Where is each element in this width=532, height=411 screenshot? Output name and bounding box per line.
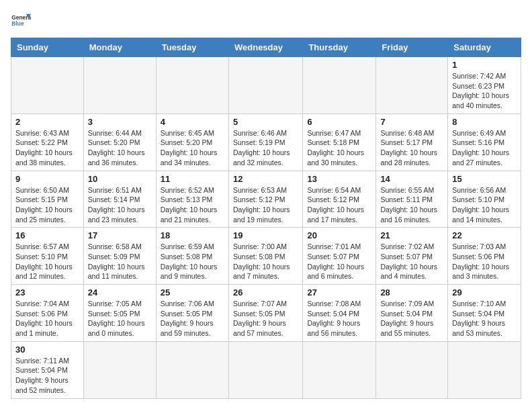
calendar-week-row: 1Sunrise: 7:42 AM Sunset: 6:23 PM Daylig… <box>11 57 521 114</box>
day-number: 12 <box>233 174 298 184</box>
calendar-cell: 21Sunrise: 7:02 AM Sunset: 5:07 PM Dayli… <box>376 228 448 285</box>
calendar-cell: 16Sunrise: 6:57 AM Sunset: 5:10 PM Dayli… <box>11 228 84 285</box>
calendar-cell: 19Sunrise: 7:00 AM Sunset: 5:08 PM Dayli… <box>228 228 302 285</box>
day-info: Sunrise: 6:58 AM Sunset: 5:09 PM Dayligh… <box>88 242 152 281</box>
day-info: Sunrise: 7:05 AM Sunset: 5:05 PM Dayligh… <box>88 299 152 338</box>
calendar-cell: 20Sunrise: 7:01 AM Sunset: 5:07 PM Dayli… <box>303 228 376 285</box>
calendar-cell <box>303 341 376 398</box>
calendar-cell: 28Sunrise: 7:09 AM Sunset: 5:04 PM Dayli… <box>376 285 448 342</box>
general-blue-logo-icon: General Blue <box>11 11 31 31</box>
day-number: 4 <box>161 117 224 127</box>
calendar-cell <box>376 341 448 398</box>
calendar-cell: 10Sunrise: 6:51 AM Sunset: 5:14 PM Dayli… <box>83 171 156 228</box>
calendar-cell: 23Sunrise: 7:04 AM Sunset: 5:06 PM Dayli… <box>11 285 84 342</box>
day-number: 6 <box>307 117 371 127</box>
day-info: Sunrise: 6:52 AM Sunset: 5:13 PM Dayligh… <box>161 185 224 225</box>
calendar-week-row: 2Sunrise: 6:43 AM Sunset: 5:22 PM Daylig… <box>11 113 521 171</box>
calendar-cell: 26Sunrise: 7:07 AM Sunset: 5:05 PM Dayli… <box>228 285 302 342</box>
day-info: Sunrise: 6:47 AM Sunset: 5:18 PM Dayligh… <box>307 128 371 168</box>
day-info: Sunrise: 7:10 AM Sunset: 5:04 PM Dayligh… <box>452 299 517 338</box>
day-info: Sunrise: 6:51 AM Sunset: 5:14 PM Dayligh… <box>88 185 152 225</box>
day-number: 29 <box>452 287 517 298</box>
calendar-table: SundayMondayTuesdayWednesdayThursdayFrid… <box>11 38 521 399</box>
day-header-monday: Monday <box>83 38 156 57</box>
calendar-cell: 6Sunrise: 6:47 AM Sunset: 5:18 PM Daylig… <box>303 113 376 171</box>
calendar-cell: 17Sunrise: 6:58 AM Sunset: 5:09 PM Dayli… <box>83 228 156 285</box>
day-info: Sunrise: 7:02 AM Sunset: 5:07 PM Dayligh… <box>380 242 443 281</box>
day-number: 20 <box>307 230 371 240</box>
calendar-cell <box>156 341 228 398</box>
calendar-cell: 29Sunrise: 7:10 AM Sunset: 5:04 PM Dayli… <box>448 285 521 342</box>
day-info: Sunrise: 6:59 AM Sunset: 5:08 PM Dayligh… <box>161 242 224 281</box>
calendar-cell: 13Sunrise: 6:54 AM Sunset: 5:12 PM Dayli… <box>303 171 376 228</box>
day-number: 10 <box>88 174 152 184</box>
day-number: 15 <box>452 174 517 184</box>
svg-text:Blue: Blue <box>11 20 24 27</box>
day-header-tuesday: Tuesday <box>156 38 228 57</box>
calendar-cell: 14Sunrise: 6:55 AM Sunset: 5:11 PM Dayli… <box>376 171 448 228</box>
day-header-thursday: Thursday <box>303 38 376 57</box>
calendar-cell: 24Sunrise: 7:05 AM Sunset: 5:05 PM Dayli… <box>83 285 156 342</box>
calendar-cell: 22Sunrise: 7:03 AM Sunset: 5:06 PM Dayli… <box>448 228 521 285</box>
day-info: Sunrise: 6:43 AM Sunset: 5:22 PM Dayligh… <box>15 128 79 168</box>
day-number: 23 <box>15 287 79 298</box>
calendar-cell: 3Sunrise: 6:44 AM Sunset: 5:20 PM Daylig… <box>83 113 156 171</box>
day-info: Sunrise: 7:08 AM Sunset: 5:04 PM Dayligh… <box>307 299 371 338</box>
calendar-cell: 11Sunrise: 6:52 AM Sunset: 5:13 PM Dayli… <box>156 171 228 228</box>
day-info: Sunrise: 7:42 AM Sunset: 6:23 PM Dayligh… <box>452 71 517 111</box>
header: General Blue <box>11 11 521 31</box>
calendar-cell: 18Sunrise: 6:59 AM Sunset: 5:08 PM Dayli… <box>156 228 228 285</box>
day-info: Sunrise: 6:54 AM Sunset: 5:12 PM Dayligh… <box>307 185 371 225</box>
calendar-cell <box>228 57 302 114</box>
calendar-header-row: SundayMondayTuesdayWednesdayThursdayFrid… <box>11 38 521 57</box>
day-header-friday: Friday <box>376 38 448 57</box>
day-number: 11 <box>161 174 224 184</box>
calendar-cell <box>83 341 156 398</box>
calendar-cell <box>228 341 302 398</box>
day-info: Sunrise: 7:00 AM Sunset: 5:08 PM Dayligh… <box>233 242 298 281</box>
day-info: Sunrise: 6:45 AM Sunset: 5:20 PM Dayligh… <box>161 128 224 168</box>
day-info: Sunrise: 6:50 AM Sunset: 5:15 PM Dayligh… <box>15 185 79 225</box>
calendar-cell: 2Sunrise: 6:43 AM Sunset: 5:22 PM Daylig… <box>11 113 84 171</box>
day-info: Sunrise: 7:01 AM Sunset: 5:07 PM Dayligh… <box>307 242 371 281</box>
calendar-week-row: 23Sunrise: 7:04 AM Sunset: 5:06 PM Dayli… <box>11 285 521 342</box>
day-info: Sunrise: 6:48 AM Sunset: 5:17 PM Dayligh… <box>380 128 443 168</box>
logo: General Blue <box>11 11 31 31</box>
calendar-cell <box>303 57 376 114</box>
day-info: Sunrise: 7:03 AM Sunset: 5:06 PM Dayligh… <box>452 242 517 281</box>
day-number: 13 <box>307 174 371 184</box>
calendar-cell <box>376 57 448 114</box>
day-number: 19 <box>233 230 298 240</box>
day-header-sunday: Sunday <box>11 38 84 57</box>
day-info: Sunrise: 7:06 AM Sunset: 5:05 PM Dayligh… <box>161 299 224 338</box>
day-info: Sunrise: 6:56 AM Sunset: 5:10 PM Dayligh… <box>452 185 517 225</box>
day-number: 9 <box>15 174 79 184</box>
day-number: 7 <box>380 117 443 127</box>
day-number: 2 <box>15 117 79 127</box>
day-number: 5 <box>233 117 298 127</box>
day-info: Sunrise: 6:46 AM Sunset: 5:19 PM Dayligh… <box>233 128 298 168</box>
day-info: Sunrise: 7:07 AM Sunset: 5:05 PM Dayligh… <box>233 299 298 338</box>
calendar-cell: 30Sunrise: 7:11 AM Sunset: 5:04 PM Dayli… <box>11 341 84 398</box>
day-number: 27 <box>307 287 371 298</box>
day-info: Sunrise: 7:09 AM Sunset: 5:04 PM Dayligh… <box>380 299 443 338</box>
day-info: Sunrise: 6:44 AM Sunset: 5:20 PM Dayligh… <box>88 128 152 168</box>
day-number: 24 <box>88 287 152 298</box>
day-number: 26 <box>233 287 298 298</box>
calendar-cell: 4Sunrise: 6:45 AM Sunset: 5:20 PM Daylig… <box>156 113 228 171</box>
calendar-cell <box>156 57 228 114</box>
day-number: 25 <box>161 287 224 298</box>
day-number: 17 <box>88 230 152 240</box>
day-number: 21 <box>380 230 443 240</box>
calendar-week-row: 9Sunrise: 6:50 AM Sunset: 5:15 PM Daylig… <box>11 171 521 228</box>
day-info: Sunrise: 6:49 AM Sunset: 5:16 PM Dayligh… <box>452 128 517 168</box>
day-number: 30 <box>15 345 79 355</box>
day-number: 1 <box>452 60 517 70</box>
calendar-cell <box>83 57 156 114</box>
calendar-cell: 1Sunrise: 7:42 AM Sunset: 6:23 PM Daylig… <box>448 57 521 114</box>
day-number: 14 <box>380 174 443 184</box>
day-info: Sunrise: 6:55 AM Sunset: 5:11 PM Dayligh… <box>380 185 443 225</box>
day-number: 18 <box>161 230 224 240</box>
day-header-saturday: Saturday <box>448 38 521 57</box>
calendar-cell: 7Sunrise: 6:48 AM Sunset: 5:17 PM Daylig… <box>376 113 448 171</box>
